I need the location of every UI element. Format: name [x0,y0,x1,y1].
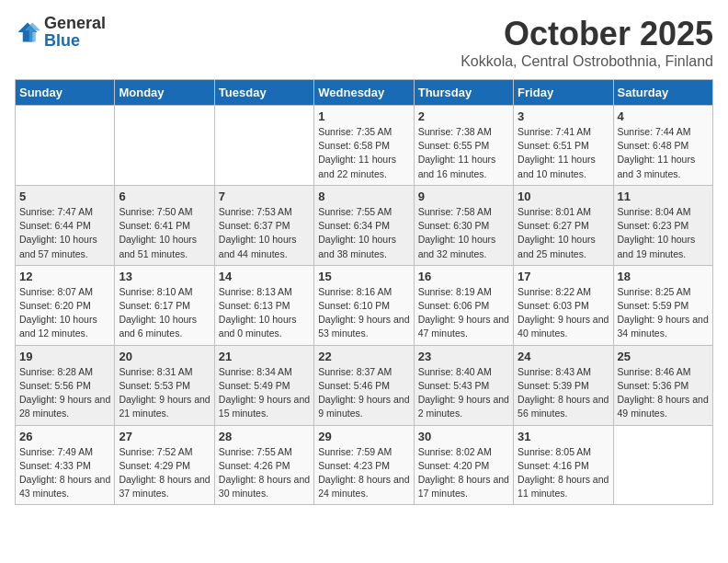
day-cell: 10Sunrise: 8:01 AM Sunset: 6:27 PM Dayli… [514,185,613,265]
day-info: Sunrise: 8:05 AM Sunset: 4:16 PM Dayligh… [518,445,609,501]
day-number: 7 [219,190,310,203]
week-row-3: 12Sunrise: 8:07 AM Sunset: 6:20 PM Dayli… [16,265,713,345]
location-title: Kokkola, Central Ostrobothnia, Finland [461,53,713,70]
day-number: 9 [418,190,509,203]
day-info: Sunrise: 8:19 AM Sunset: 6:06 PM Dayligh… [418,285,509,341]
calendar: SundayMondayTuesdayWednesdayThursdayFrid… [15,79,713,505]
day-info: Sunrise: 8:43 AM Sunset: 5:39 PM Dayligh… [518,365,609,421]
day-number: 26 [19,430,110,443]
day-number: 13 [119,270,210,283]
day-info: Sunrise: 8:04 AM Sunset: 6:23 PM Dayligh… [618,205,709,261]
day-cell: 22Sunrise: 8:37 AM Sunset: 5:46 PM Dayli… [314,345,414,425]
day-number: 27 [119,430,210,443]
day-cell: 13Sunrise: 8:10 AM Sunset: 6:17 PM Dayli… [115,265,214,345]
day-cell: 7Sunrise: 7:53 AM Sunset: 6:37 PM Daylig… [214,185,313,265]
logo-icon [15,19,40,45]
day-number: 20 [119,350,210,363]
day-cell: 17Sunrise: 8:22 AM Sunset: 6:03 PM Dayli… [514,265,613,345]
weekday-header-saturday: Saturday [613,80,712,106]
day-cell [16,106,115,186]
day-number: 25 [618,350,709,363]
month-title: October 2025 [461,15,713,53]
day-info: Sunrise: 7:50 AM Sunset: 6:41 PM Dayligh… [119,205,210,261]
day-number: 28 [219,430,310,443]
day-cell: 27Sunrise: 7:52 AM Sunset: 4:29 PM Dayli… [115,425,214,505]
day-number: 24 [518,350,609,363]
day-cell: 12Sunrise: 8:07 AM Sunset: 6:20 PM Dayli… [16,265,115,345]
weekday-header-monday: Monday [115,80,214,106]
day-cell: 26Sunrise: 7:49 AM Sunset: 4:33 PM Dayli… [16,425,115,505]
logo-general-text: General Blue [44,15,106,50]
day-cell: 8Sunrise: 7:55 AM Sunset: 6:34 PM Daylig… [314,185,414,265]
day-info: Sunrise: 8:37 AM Sunset: 5:46 PM Dayligh… [318,365,409,421]
day-cell: 1Sunrise: 7:35 AM Sunset: 6:58 PM Daylig… [314,106,414,186]
weekday-header-thursday: Thursday [414,80,513,106]
title-area: October 2025 Kokkola, Central Ostrobothn… [461,15,713,70]
week-row-4: 19Sunrise: 8:28 AM Sunset: 5:56 PM Dayli… [16,345,713,425]
day-cell: 6Sunrise: 7:50 AM Sunset: 6:41 PM Daylig… [115,185,214,265]
day-cell: 16Sunrise: 8:19 AM Sunset: 6:06 PM Dayli… [414,265,513,345]
day-cell: 29Sunrise: 7:59 AM Sunset: 4:23 PM Dayli… [314,425,414,505]
week-row-2: 5Sunrise: 7:47 AM Sunset: 6:44 PM Daylig… [16,185,713,265]
day-cell: 28Sunrise: 7:55 AM Sunset: 4:26 PM Dayli… [214,425,313,505]
day-number: 21 [219,350,310,363]
day-cell [115,106,214,186]
weekday-header-sunday: Sunday [16,80,115,106]
day-info: Sunrise: 8:01 AM Sunset: 6:27 PM Dayligh… [518,205,609,261]
day-info: Sunrise: 8:16 AM Sunset: 6:10 PM Dayligh… [318,285,409,341]
logo: General Blue [15,15,106,50]
day-number: 30 [418,430,509,443]
day-number: 6 [119,190,210,203]
day-number: 14 [219,270,310,283]
day-info: Sunrise: 8:07 AM Sunset: 6:20 PM Dayligh… [19,285,110,341]
day-info: Sunrise: 7:44 AM Sunset: 6:48 PM Dayligh… [618,125,709,181]
day-cell: 20Sunrise: 8:31 AM Sunset: 5:53 PM Dayli… [115,345,214,425]
day-cell: 25Sunrise: 8:46 AM Sunset: 5:36 PM Dayli… [613,345,712,425]
day-info: Sunrise: 8:31 AM Sunset: 5:53 PM Dayligh… [119,365,210,421]
day-cell [214,106,313,186]
day-number: 16 [418,270,509,283]
day-info: Sunrise: 8:10 AM Sunset: 6:17 PM Dayligh… [119,285,210,341]
day-number: 8 [318,190,409,203]
day-number: 29 [318,430,409,443]
day-number: 1 [318,109,409,123]
day-info: Sunrise: 7:35 AM Sunset: 6:58 PM Dayligh… [318,125,409,181]
day-info: Sunrise: 8:25 AM Sunset: 5:59 PM Dayligh… [618,285,709,341]
day-info: Sunrise: 7:41 AM Sunset: 6:51 PM Dayligh… [518,125,609,181]
day-number: 10 [518,190,609,203]
day-info: Sunrise: 7:38 AM Sunset: 6:55 PM Dayligh… [418,125,509,181]
day-cell: 5Sunrise: 7:47 AM Sunset: 6:44 PM Daylig… [16,185,115,265]
day-info: Sunrise: 7:49 AM Sunset: 4:33 PM Dayligh… [19,445,110,501]
day-info: Sunrise: 8:13 AM Sunset: 6:13 PM Dayligh… [219,285,310,341]
weekday-header-row: SundayMondayTuesdayWednesdayThursdayFrid… [16,80,713,106]
day-cell: 11Sunrise: 8:04 AM Sunset: 6:23 PM Dayli… [613,185,712,265]
day-number: 15 [318,270,409,283]
day-info: Sunrise: 8:40 AM Sunset: 5:43 PM Dayligh… [418,365,509,421]
day-cell: 9Sunrise: 7:58 AM Sunset: 6:30 PM Daylig… [414,185,513,265]
day-info: Sunrise: 7:47 AM Sunset: 6:44 PM Dayligh… [19,205,110,261]
day-info: Sunrise: 7:53 AM Sunset: 6:37 PM Dayligh… [219,205,310,261]
day-info: Sunrise: 8:22 AM Sunset: 6:03 PM Dayligh… [518,285,609,341]
day-number: 5 [19,190,110,203]
day-cell: 14Sunrise: 8:13 AM Sunset: 6:13 PM Dayli… [214,265,313,345]
week-row-1: 1Sunrise: 7:35 AM Sunset: 6:58 PM Daylig… [16,106,713,186]
weekday-header-wednesday: Wednesday [314,80,414,106]
day-number: 12 [19,270,110,283]
day-number: 2 [418,109,509,123]
day-number: 18 [618,270,709,283]
day-number: 22 [318,350,409,363]
day-cell: 23Sunrise: 8:40 AM Sunset: 5:43 PM Dayli… [414,345,513,425]
day-number: 3 [518,109,609,123]
day-number: 31 [518,430,609,443]
day-cell: 24Sunrise: 8:43 AM Sunset: 5:39 PM Dayli… [514,345,613,425]
day-number: 17 [518,270,609,283]
day-cell: 31Sunrise: 8:05 AM Sunset: 4:16 PM Dayli… [514,425,613,505]
day-cell: 2Sunrise: 7:38 AM Sunset: 6:55 PM Daylig… [414,106,513,186]
day-info: Sunrise: 7:55 AM Sunset: 4:26 PM Dayligh… [219,445,310,501]
day-info: Sunrise: 8:02 AM Sunset: 4:20 PM Dayligh… [418,445,509,501]
week-row-5: 26Sunrise: 7:49 AM Sunset: 4:33 PM Dayli… [16,425,713,505]
day-cell: 18Sunrise: 8:25 AM Sunset: 5:59 PM Dayli… [613,265,712,345]
page-header: General Blue October 2025 Kokkola, Centr… [15,15,713,70]
day-cell: 4Sunrise: 7:44 AM Sunset: 6:48 PM Daylig… [613,106,712,186]
day-number: 11 [618,190,709,203]
